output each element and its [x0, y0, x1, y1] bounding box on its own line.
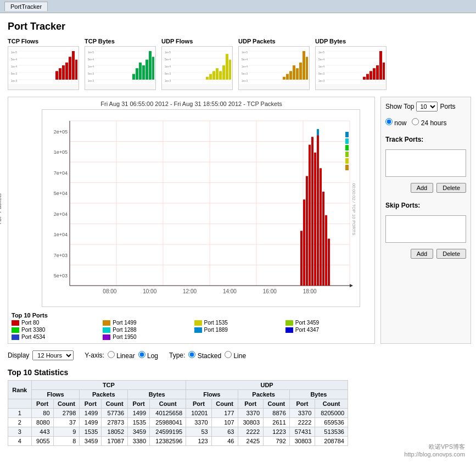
udp-p-port-h: Port	[238, 399, 264, 409]
svg-text:2e+04: 2e+04	[54, 211, 68, 217]
svg-text:5e+3: 5e+3	[88, 72, 94, 75]
mini-chart-svg-1: 1e+55e+41e+45e+31e+3	[85, 46, 156, 90]
svg-text:1e+4: 1e+4	[11, 65, 17, 68]
svg-rect-50	[229, 60, 231, 80]
svg-text:7e+04: 7e+04	[54, 170, 68, 176]
svg-text:1e+5: 1e+5	[242, 51, 248, 54]
legend-color-4	[12, 327, 19, 333]
svg-rect-64	[286, 74, 289, 80]
track-add-button[interactable]: Add	[411, 183, 434, 193]
mini-chart-2: UDP Flows1e+55e+41e+45e+31e+3	[161, 38, 233, 90]
line-radio[interactable]	[225, 351, 232, 358]
mini-chart-title-1: TCP Bytes	[85, 38, 156, 44]
window-tab[interactable]: PortTracker	[4, 2, 48, 11]
linear-radio[interactable]	[108, 351, 115, 358]
svg-rect-84	[366, 74, 369, 80]
svg-text:1e+3: 1e+3	[11, 79, 17, 82]
yaxis-group: Y-axis: Linear Log	[85, 351, 158, 360]
time-radio-row: now 24 hours	[385, 118, 466, 127]
svg-rect-65	[289, 71, 292, 80]
legend-color-2	[194, 320, 202, 326]
skip-delete-button[interactable]: Delete	[436, 249, 466, 259]
svg-rect-25	[136, 68, 138, 80]
track-delete-button[interactable]: Delete	[436, 183, 466, 193]
skip-ports-input[interactable]	[385, 215, 466, 243]
line-radio-label[interactable]: Line	[225, 351, 246, 360]
type-group: Type: Stacked Line	[169, 351, 246, 360]
page-title: Port Tracker	[8, 21, 468, 32]
now-radio-label[interactable]: now	[385, 118, 406, 127]
svg-text:18:00: 18:00	[303, 288, 317, 294]
svg-text:1e+3: 1e+3	[318, 79, 324, 82]
udp-p-count-h: Count	[264, 399, 290, 409]
skip-add-button[interactable]: Add	[411, 249, 434, 259]
tcp-flows-header: Flows	[31, 390, 80, 399]
svg-rect-85	[369, 71, 372, 80]
legend-label-7: Port 4347	[295, 327, 319, 333]
legend-item-9: Port 1950	[103, 334, 188, 340]
log-radio[interactable]	[138, 351, 145, 358]
legend-item-1: Port 1499	[103, 320, 188, 326]
svg-rect-134	[311, 137, 313, 286]
svg-text:08:00: 08:00	[103, 288, 116, 294]
svg-text:16:00: 16:00	[263, 288, 277, 294]
svg-text:10:00: 10:00	[143, 288, 156, 294]
legend-label-0: Port 80	[21, 320, 39, 326]
table-row: 3443915351805234592459919553632222122357…	[8, 427, 348, 437]
tcp-b-port-h: Port	[128, 399, 150, 409]
track-ports-input[interactable]	[385, 149, 466, 177]
display-select[interactable]: 1 Hour2 Hours6 Hours12 Hours24 Hours	[32, 350, 74, 360]
linear-radio-label[interactable]: Linear	[108, 351, 135, 360]
svg-rect-131	[303, 199, 305, 286]
stacked-radio[interactable]	[188, 351, 195, 358]
svg-text:1e+5: 1e+5	[88, 51, 94, 54]
main-area: Fri Aug 31 06:55:00 2012 - Fri Aug 31 18…	[8, 97, 468, 344]
mini-chart-svg-4: 1e+55e+41e+45e+31e+3	[315, 46, 387, 90]
svg-text:1e+4: 1e+4	[318, 65, 324, 68]
legend-item-5: Port 1288	[103, 327, 188, 333]
hours-radio[interactable]	[412, 118, 419, 125]
svg-rect-89	[383, 63, 385, 80]
svg-text:1e+3: 1e+3	[242, 79, 248, 82]
svg-rect-30	[152, 57, 154, 80]
type-label: Type:	[169, 352, 185, 359]
legend-area: Top 10 Ports Port 80Port 1499Port 1535Po…	[12, 312, 371, 340]
legend-color-6	[194, 327, 202, 333]
svg-rect-139	[322, 192, 324, 286]
udp-b-count-h: Count	[315, 399, 348, 409]
log-radio-label[interactable]: Log	[138, 351, 158, 360]
stacked-label: Stacked	[198, 352, 221, 360]
legend-color-3	[285, 320, 293, 326]
svg-rect-9	[69, 57, 71, 80]
legend-item-2: Port 1535	[194, 320, 280, 326]
main-chart-svg: 08:0010:0012:0014:0016:0018:002e+051e+05…	[42, 109, 360, 307]
mini-chart-title-3: UDP Packets	[238, 38, 310, 44]
legend-label-1: Port 1499	[113, 320, 136, 326]
svg-rect-69	[303, 51, 305, 80]
legend-grid: Port 80Port 1499Port 1535Port 3459Port 3…	[12, 320, 371, 340]
stacked-radio-label[interactable]: Stacked	[188, 351, 221, 360]
svg-rect-7	[62, 65, 65, 80]
udp-f-port-h: Port	[186, 399, 212, 409]
svg-text:5e+03: 5e+03	[54, 273, 68, 278]
svg-rect-135	[314, 153, 316, 286]
display-group: Display 1 Hour2 Hours6 Hours12 Hours24 H…	[8, 350, 74, 360]
mini-chart-title-2: UDP Flows	[161, 38, 233, 44]
legend-label-8: Port 4534	[21, 334, 45, 340]
mini-chart-svg-0: 1e+55e+41e+45e+31e+3	[8, 46, 79, 90]
legend-title: Top 10 Ports	[12, 312, 371, 319]
window-bar: PortTracker	[0, 0, 476, 13]
legend-label-2: Port 1535	[204, 320, 228, 326]
now-radio[interactable]	[385, 118, 393, 125]
rank-header: Rank	[8, 381, 32, 399]
tcp-packets-header: Packets	[80, 390, 128, 399]
svg-rect-86	[373, 68, 376, 80]
legend-item-4: Port 3380	[12, 327, 97, 333]
y-axis-label: TCP Packets	[0, 193, 2, 225]
hours-radio-label[interactable]: 24 hours	[412, 118, 446, 127]
top-select[interactable]: 5102050	[416, 102, 438, 111]
svg-rect-29	[149, 51, 152, 80]
svg-text:1e+5: 1e+5	[165, 51, 171, 54]
skip-ports-label: Skip Ports:	[385, 202, 466, 209]
svg-rect-130	[300, 231, 303, 286]
